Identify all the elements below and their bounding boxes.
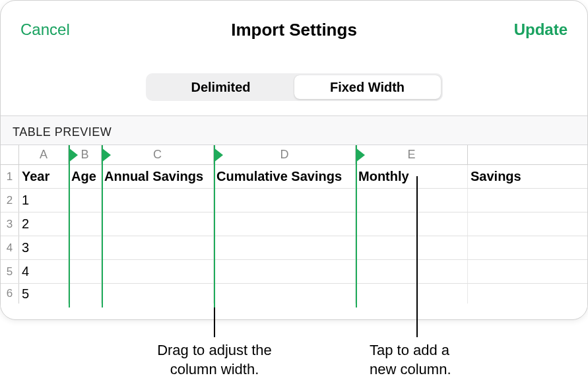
cell <box>102 260 214 283</box>
column-separator-handle[interactable] <box>356 145 357 307</box>
table-preview-label: TABLE PREVIEW <box>1 115 587 145</box>
cell <box>468 212 587 236</box>
header: Cancel Import Settings Update <box>1 1 587 53</box>
cell: 5 <box>19 284 69 304</box>
cell <box>356 212 468 236</box>
cell <box>69 236 102 259</box>
column-header[interactable]: D <box>214 145 356 164</box>
column-header[interactable]: A <box>19 145 69 164</box>
cell: Annual Savings <box>102 165 214 188</box>
cell <box>102 284 214 304</box>
table-row: 1 Year Age Annual Savings Cumulative Sav… <box>1 165 587 189</box>
callouts: Drag to adjust thecolumn width. Tap to a… <box>0 320 588 386</box>
cell <box>102 212 214 236</box>
update-button[interactable]: Update <box>357 20 568 39</box>
cell <box>214 189 356 212</box>
drag-arrow-icon <box>102 148 111 162</box>
callout-tap-text: Tap to add anew column. <box>370 341 488 379</box>
cell <box>214 284 356 304</box>
column-separator-handle[interactable] <box>214 145 215 307</box>
cell: Year <box>19 165 69 188</box>
callout-drag-text: Drag to adjust thecolumn width. <box>132 341 297 379</box>
tab-fixed-width[interactable]: Fixed Width <box>294 75 441 99</box>
cell <box>69 212 102 236</box>
column-header-blank[interactable] <box>468 145 587 164</box>
cell <box>102 236 214 259</box>
cell: Monthly <box>356 165 468 188</box>
drag-arrow-icon <box>69 148 78 162</box>
callout-leader-line <box>416 176 418 337</box>
cell <box>214 212 356 236</box>
segmented-control-wrap: Delimited Fixed Width <box>1 53 587 115</box>
drag-arrow-icon <box>356 148 365 162</box>
cell: 2 <box>19 212 69 236</box>
column-header[interactable]: E <box>356 145 468 164</box>
row-number: 3 <box>1 212 19 236</box>
page-title: Import Settings <box>231 20 357 40</box>
import-settings-window: Cancel Import Settings Update Delimited … <box>0 0 588 320</box>
column-separator-handle[interactable] <box>102 145 103 307</box>
cell <box>356 260 468 283</box>
table-row: 3 2 <box>1 212 587 236</box>
cell: 4 <box>19 260 69 283</box>
row-number: 1 <box>1 165 19 188</box>
cell <box>356 284 468 304</box>
cell: Age <box>69 165 102 188</box>
table-row: 2 1 <box>1 189 587 212</box>
row-number: 5 <box>1 260 19 283</box>
table-corner <box>1 145 19 164</box>
row-number: 2 <box>1 189 19 212</box>
table-row: 5 4 <box>1 260 587 284</box>
cell: Savings <box>468 165 587 188</box>
table-row: 4 3 <box>1 236 587 260</box>
column-separator-handle[interactable] <box>468 145 469 307</box>
table-row: 6 5 <box>1 284 587 304</box>
column-header-row: A B C D E <box>1 145 587 165</box>
row-number: 6 <box>1 284 19 304</box>
column-header[interactable]: C <box>102 145 214 164</box>
cell: 3 <box>19 236 69 259</box>
column-separator-handle[interactable] <box>69 145 70 307</box>
cell <box>69 260 102 283</box>
cell <box>102 189 214 212</box>
cell <box>356 236 468 259</box>
cell <box>214 260 356 283</box>
cancel-button[interactable]: Cancel <box>20 20 231 39</box>
cell <box>356 189 468 212</box>
cell: 1 <box>19 189 69 212</box>
drag-arrow-icon <box>214 148 223 162</box>
cell: Cumulative Savings <box>214 165 356 188</box>
row-number: 4 <box>1 236 19 259</box>
cell <box>214 236 356 259</box>
cell <box>69 189 102 212</box>
cell <box>468 260 587 283</box>
cell <box>468 189 587 212</box>
segmented-control: Delimited Fixed Width <box>146 73 443 101</box>
table-preview[interactable]: A B C D E 1 Year Age Annual Savings Cumu… <box>1 145 587 307</box>
cell <box>69 284 102 304</box>
tab-delimited[interactable]: Delimited <box>148 75 294 99</box>
cell <box>468 236 587 259</box>
cell <box>468 284 587 304</box>
